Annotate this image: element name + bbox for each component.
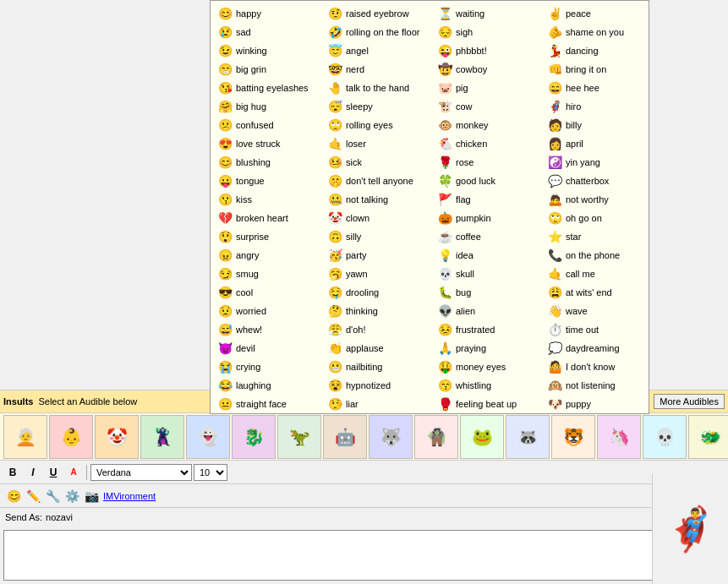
emoji-item[interactable]: 👽alien bbox=[434, 302, 544, 320]
emoji-item[interactable]: 😛tongue bbox=[214, 172, 324, 190]
emoji-item[interactable]: 🥳party bbox=[324, 246, 434, 265]
audible-icon-item[interactable]: 👶 bbox=[49, 415, 93, 459]
emoji-item[interactable]: 🤐not talking bbox=[324, 190, 434, 209]
audible-icon-item[interactable]: 🦝 bbox=[506, 415, 550, 459]
audible-icon-item[interactable]: 🤖 bbox=[323, 415, 367, 459]
camera-icon[interactable]: 📷 bbox=[83, 488, 100, 505]
audible-icon-item[interactable]: 👻 bbox=[186, 415, 230, 459]
emoji-item[interactable]: 😢sad bbox=[214, 23, 324, 41]
emoji-item[interactable]: 😇angel bbox=[324, 41, 434, 60]
emoji-item[interactable]: 🙉not listening bbox=[544, 376, 649, 395]
emoji-item[interactable]: 😙whistling bbox=[434, 376, 544, 395]
font-family-select[interactable]: Verdana Arial Tahoma Times New Roman bbox=[90, 464, 192, 481]
emoji-item[interactable]: 💀skull bbox=[434, 265, 544, 283]
emoji-item[interactable]: 🤡clown bbox=[324, 209, 434, 227]
font-color-button[interactable]: A bbox=[64, 464, 83, 481]
bold-button[interactable]: B bbox=[3, 464, 22, 481]
emoji-item[interactable]: 😤d'oh! bbox=[324, 320, 434, 339]
emoji-item[interactable]: 😗kiss bbox=[214, 190, 324, 209]
smiley-icon[interactable]: 😊 bbox=[5, 488, 22, 505]
emoji-item[interactable]: 👊bring it on bbox=[544, 60, 649, 79]
emoji-item[interactable]: 🐔chicken bbox=[434, 134, 544, 153]
emoji-item[interactable]: 😄hee hee bbox=[544, 79, 649, 97]
emoji-item[interactable]: ☯️yin yang bbox=[544, 153, 649, 172]
audible-icon-item[interactable]: 💀 bbox=[643, 415, 687, 459]
emoji-item[interactable]: 🤣rolling on the floor bbox=[324, 23, 434, 41]
audible-icon-item[interactable]: 🦄 bbox=[597, 415, 641, 459]
emoji-item[interactable]: 🐷pig bbox=[434, 79, 544, 97]
emoji-item[interactable]: ⏳waiting bbox=[434, 4, 544, 23]
audible-icon-item[interactable]: 🐸 bbox=[460, 415, 504, 459]
emoji-item[interactable]: 🙃silly bbox=[324, 227, 434, 246]
emoji-item[interactable]: 👋wave bbox=[544, 302, 649, 320]
emoji-item[interactable]: 😣frustrated bbox=[434, 320, 544, 339]
emoji-item[interactable]: 😕confused bbox=[214, 116, 324, 134]
emoji-item[interactable]: 🤚talk to the hand bbox=[324, 79, 434, 97]
emoji-item[interactable]: 🤒sick bbox=[324, 153, 434, 172]
emoji-item[interactable]: 🤔thinking bbox=[324, 302, 434, 320]
emoji-item[interactable]: 🐶puppy bbox=[544, 395, 649, 413]
emoji-item[interactable]: 💬chatterbox bbox=[544, 172, 649, 190]
emoji-item[interactable]: 🥱yawn bbox=[324, 265, 434, 283]
audible-icon-item[interactable]: 🦹 bbox=[140, 415, 184, 459]
emoji-item[interactable]: 🐮cow bbox=[434, 97, 544, 116]
emoji-item[interactable]: 🌹rose bbox=[434, 153, 544, 172]
emoji-item[interactable]: 🙏praying bbox=[434, 339, 544, 357]
emoji-item[interactable]: 😊blushing bbox=[214, 153, 324, 172]
emoji-item[interactable]: 😟worried bbox=[214, 302, 324, 320]
emoji-item[interactable]: 🤗big hug bbox=[214, 97, 324, 116]
emoji-item[interactable]: 👏applause bbox=[324, 339, 434, 357]
emoji-item[interactable]: 🤨raised eyebrow bbox=[324, 4, 434, 23]
gear-icon[interactable]: ⚙️ bbox=[63, 488, 80, 505]
emoji-item[interactable]: 😠angry bbox=[214, 246, 324, 265]
emoji-item[interactable]: ⭐star bbox=[544, 227, 649, 246]
message-input[interactable] bbox=[3, 530, 679, 581]
emoji-item[interactable]: 💡idea bbox=[434, 246, 544, 265]
emoji-item[interactable]: 🙄rolling eyes bbox=[324, 116, 434, 134]
emoji-item[interactable]: 😲surprise bbox=[214, 227, 324, 246]
emoji-item[interactable]: 🫵shame on you bbox=[544, 23, 649, 41]
emoji-item[interactable]: ☕coffee bbox=[434, 227, 544, 246]
more-audibles-button[interactable]: More Audibles bbox=[654, 394, 725, 409]
emoji-item[interactable]: 🎃pumpkin bbox=[434, 209, 544, 227]
audible-icon-item[interactable]: 🐉 bbox=[232, 415, 276, 459]
audible-icon-item[interactable]: 🐺 bbox=[369, 415, 413, 459]
italic-button[interactable]: I bbox=[24, 464, 42, 481]
emoji-item[interactable]: 👩april bbox=[544, 134, 649, 153]
emoji-item[interactable]: 🤫don't tell anyone bbox=[324, 172, 434, 190]
wand-icon[interactable]: 🔧 bbox=[44, 488, 61, 505]
emoji-item[interactable]: 😍love struck bbox=[214, 134, 324, 153]
emoji-item[interactable]: 🙄oh go on bbox=[544, 209, 649, 227]
emoji-item[interactable]: 🤙loser bbox=[324, 134, 434, 153]
emoji-item[interactable]: 😎cool bbox=[214, 283, 324, 302]
audible-icon-item[interactable]: 🦖 bbox=[277, 415, 321, 459]
audible-icon-item[interactable]: 🤡 bbox=[95, 415, 139, 459]
emoji-item[interactable]: 🙇not worthy bbox=[544, 190, 649, 209]
emoji-item[interactable]: 🤠cowboy bbox=[434, 60, 544, 79]
emoji-item[interactable]: 🥊feeling beat up bbox=[434, 395, 544, 413]
emoji-item[interactable]: 😩at wits' end bbox=[544, 283, 649, 302]
emoji-item[interactable]: 😊happy bbox=[214, 4, 324, 23]
emoji-item[interactable]: 🤤drooling bbox=[324, 283, 434, 302]
emoji-item[interactable]: 😜phbbbt! bbox=[434, 41, 544, 60]
emoji-item[interactable]: 😭crying bbox=[214, 357, 324, 376]
audible-icon-item[interactable]: 🧑‍🦳 bbox=[3, 415, 47, 459]
emoji-item[interactable]: 🍀good luck bbox=[434, 172, 544, 190]
emoji-item[interactable]: 😵hypnotized bbox=[324, 376, 434, 395]
emoji-item[interactable]: 😈devil bbox=[214, 339, 324, 357]
emoji-item[interactable]: 😂laughing bbox=[214, 376, 324, 395]
emoji-item[interactable]: 📞on the phone bbox=[544, 246, 649, 265]
emoji-item[interactable]: 😐straight face bbox=[214, 395, 324, 413]
font-size-select[interactable]: 10 8 12 14 16 bbox=[194, 464, 227, 481]
emoji-item[interactable]: 😘batting eyelashes bbox=[214, 79, 324, 97]
emoji-item[interactable]: 💭daydreaming bbox=[544, 339, 649, 357]
emoji-item[interactable]: 🤥liar bbox=[324, 395, 434, 413]
emoji-item[interactable]: 🦸hiro bbox=[544, 97, 649, 116]
audible-icon-item[interactable]: 🧌 bbox=[414, 415, 458, 459]
imvironment-link[interactable]: IMVironment bbox=[103, 491, 156, 501]
emoji-item[interactable]: ⏱️time out bbox=[544, 320, 649, 339]
emoji-item[interactable]: 🐵monkey bbox=[434, 116, 544, 134]
emoji-item[interactable]: 😅whew! bbox=[214, 320, 324, 339]
emoji-item[interactable]: 🤑money eyes bbox=[434, 357, 544, 376]
underline-button[interactable]: U bbox=[44, 464, 63, 481]
